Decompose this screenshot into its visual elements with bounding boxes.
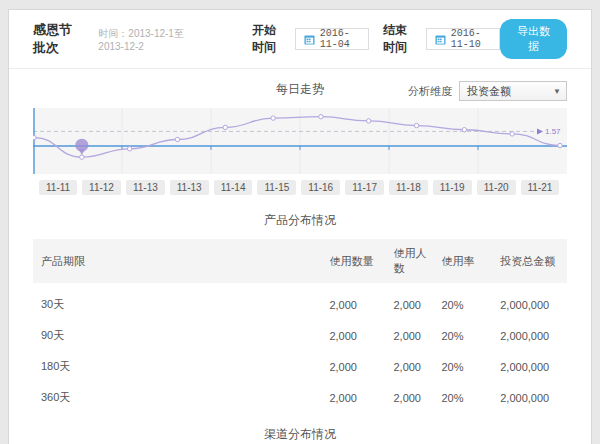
channel-section-title: 渠道分布情况: [9, 426, 591, 443]
x-axis-label: 11-12: [82, 180, 121, 195]
x-axis-label: 11-17: [345, 180, 384, 195]
table-header-row: 产品期限 使用数量 使用人数 使用率 投资总金额: [33, 239, 567, 283]
cell: 360天: [33, 382, 321, 413]
calendar-icon: [435, 34, 446, 45]
cell: 20%: [434, 382, 493, 413]
date-range-controls: 开始时间 2016-11-04 结束时间 2016-11-10: [238, 22, 500, 56]
svg-text:1.57: 1.57: [545, 127, 561, 136]
column-header: 使用率: [434, 239, 493, 283]
end-date-label: 结束时间: [383, 22, 418, 56]
cell: 2,000: [385, 320, 433, 351]
chart-header: 每日走势 分析维度 投资金额 ▼: [9, 81, 591, 103]
end-date-input[interactable]: 2016-11-10: [426, 28, 500, 50]
dashboard-card: 感恩节批次 时间：2013-12-1至2013-12-2 开始时间 2016-1…: [8, 9, 592, 444]
cell: 20%: [434, 320, 493, 351]
x-axis-label: 11-18: [389, 180, 428, 195]
x-axis-label: 11-21: [521, 180, 560, 195]
table-row: 180天 2,000 2,000 20% 2,000,000: [33, 351, 567, 382]
x-axis-label: 11-16: [301, 180, 340, 195]
x-axis-label: 11-13: [126, 180, 165, 195]
dimension-control: 分析维度 投资金额 ▼: [408, 81, 567, 101]
page-subtitle: 时间：2013-12-1至2013-12-2: [98, 27, 202, 52]
start-date-value: 2016-11-04: [320, 28, 360, 50]
cell: 180天: [33, 351, 321, 382]
column-header: 使用数量: [321, 239, 385, 283]
column-header: 使用人数: [385, 239, 433, 283]
cell: 2,000: [321, 351, 385, 382]
x-axis-labels: 11-11 11-12 11-13 11-13 11-14 11-15 11-1…: [9, 174, 591, 199]
cell: 2,000: [385, 382, 433, 413]
product-section-title: 产品分布情况: [9, 212, 591, 229]
column-header: 投资总金额: [492, 239, 567, 283]
daily-trend-chart: 1.57: [33, 108, 567, 174]
cell: 2,000,000: [492, 320, 567, 351]
cell: 20%: [434, 283, 493, 320]
column-header: 产品期限: [33, 239, 321, 283]
export-data-button[interactable]: 导出数据: [500, 19, 567, 59]
cell: 2,000: [321, 283, 385, 320]
cell: 2,000,000: [492, 382, 567, 413]
table-row: 30天 2,000 2,000 20% 2,000,000: [33, 283, 567, 320]
x-axis-label: 11-20: [477, 180, 516, 195]
x-axis-label: 11-19: [433, 180, 472, 195]
cell: 2,000,000: [492, 351, 567, 382]
dimension-label: 分析维度: [408, 84, 452, 99]
cell: 2,000: [321, 320, 385, 351]
chevron-down-icon: ▼: [553, 87, 561, 96]
table-row: 90天 2,000 2,000 20% 2,000,000: [33, 320, 567, 351]
table-row: 360天 2,000 2,000 20% 2,000,000: [33, 382, 567, 413]
dimension-value: 投资金额: [467, 84, 511, 99]
x-axis-label: 11-13: [170, 180, 209, 195]
x-axis-label: 11-15: [257, 180, 296, 195]
cell: 2,000: [385, 283, 433, 320]
cell: 20%: [434, 351, 493, 382]
start-date-input[interactable]: 2016-11-04: [295, 28, 369, 50]
cell: 2,000: [321, 382, 385, 413]
cell: 30天: [33, 283, 321, 320]
page-title: 感恩节批次: [33, 21, 84, 57]
cell: 2,000: [385, 351, 433, 382]
trend-line-svg: 1.57: [33, 108, 567, 174]
x-axis-label: 11-14: [214, 180, 253, 195]
product-table: 产品期限 使用数量 使用人数 使用率 投资总金额 30天 2,000 2,000…: [33, 239, 567, 413]
start-date-label: 开始时间: [252, 22, 287, 56]
cell: 2,000,000: [492, 283, 567, 320]
dimension-select[interactable]: 投资金额 ▼: [459, 81, 567, 101]
end-date-value: 2016-11-10: [451, 28, 491, 50]
cell: 90天: [33, 320, 321, 351]
calendar-icon: [304, 34, 315, 45]
x-axis-label: 11-11: [39, 180, 77, 195]
header: 感恩节批次 时间：2013-12-1至2013-12-2 开始时间 2016-1…: [9, 10, 591, 69]
